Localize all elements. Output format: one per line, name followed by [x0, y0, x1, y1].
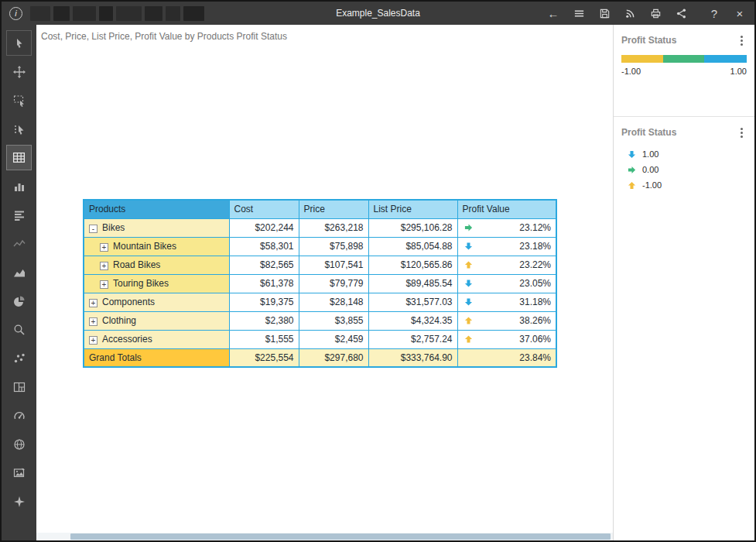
scatter-chart-tool-icon[interactable]	[6, 345, 32, 371]
row-label-cell[interactable]: -Bikes	[84, 218, 229, 237]
grand-total-row[interactable]: Grand Totals $225,554 $297,680 $333,764.…	[84, 348, 556, 367]
marquee-select-tool-icon[interactable]	[6, 87, 32, 113]
pivot-item[interactable]: Products Cost Price List Price Profit Va…	[83, 199, 557, 368]
topbar-tool-placeholder[interactable]	[53, 6, 70, 21]
trend-arrow-icon	[464, 224, 473, 232]
price-cell: $75,898	[299, 237, 368, 256]
move-tool-icon[interactable]	[6, 59, 32, 84]
expand-icon[interactable]: +	[100, 262, 108, 270]
legend-value: -1.00	[642, 180, 662, 190]
table-row[interactable]: -Bikes $202,244 $263,218 $295,106.28 23.…	[84, 218, 556, 237]
feed-icon[interactable]	[623, 6, 637, 20]
profit-value: 23.05%	[519, 278, 551, 289]
row-label-cell[interactable]: +Road Bikes	[84, 256, 229, 274]
profit-value: 38.26%	[519, 315, 551, 326]
gradient-segment-blue	[704, 55, 747, 63]
table-row[interactable]: +Road Bikes $82,565 $107,541 $120,565.86…	[84, 256, 556, 274]
price-cell: $79,779	[299, 274, 368, 293]
expand-icon[interactable]: +	[100, 243, 108, 252]
options-menu-icon[interactable]	[736, 126, 747, 139]
cost-cell: $202,244	[229, 218, 299, 237]
back-icon[interactable]: ←	[546, 6, 560, 20]
legend-panel: Profit Status -1.00 1.00 Profit Status	[613, 25, 754, 540]
image-tool-icon[interactable]	[6, 460, 32, 485]
left-toolbar	[2, 25, 36, 540]
print-icon[interactable]	[648, 6, 662, 20]
cost-cell: $82,565	[229, 256, 299, 274]
save-icon[interactable]	[597, 6, 611, 20]
profit-value: 23.18%	[519, 241, 551, 252]
topbar-tool-placeholder[interactable]	[166, 6, 180, 21]
cost-cell: $61,378	[229, 274, 299, 293]
gauge-tool-icon[interactable]	[6, 403, 32, 428]
expand-icon[interactable]: +	[89, 317, 97, 326]
horizontal-scrollbar[interactable]	[36, 533, 613, 540]
window-title: Example_SalesData	[336, 8, 420, 19]
topbar-tool-placeholder[interactable]	[145, 6, 162, 21]
column-header-products[interactable]: Products	[84, 200, 229, 218]
gradient-segment-green	[663, 55, 704, 63]
column-header-price[interactable]: Price	[299, 200, 368, 218]
options-menu-icon[interactable]	[736, 34, 747, 46]
horizontal-scrollbar-thumb[interactable]	[70, 533, 611, 540]
area-chart-tool-icon[interactable]	[6, 259, 32, 285]
profit-value: 23.12%	[519, 222, 551, 233]
profit-value-cell: 31.18%	[457, 293, 556, 311]
expand-icon[interactable]: +	[100, 280, 108, 289]
close-icon[interactable]: ×	[733, 6, 747, 20]
line-chart-tool-icon[interactable]	[6, 231, 32, 256]
column-header-cost[interactable]: Cost	[229, 200, 299, 218]
pivot-table: Products Cost Price List Price Profit Va…	[83, 199, 557, 368]
row-label: Road Bikes	[113, 259, 160, 270]
row-label-cell[interactable]: +Components	[84, 293, 229, 311]
legend-value: 1.00	[642, 149, 659, 159]
pointer-tool-icon[interactable]	[6, 30, 32, 56]
topbar-tool-placeholder[interactable]	[183, 6, 204, 21]
pie-chart-tool-icon[interactable]	[6, 288, 32, 314]
map-tool-icon[interactable]	[6, 431, 32, 457]
up-arrow-icon	[628, 181, 636, 190]
pivot-table-tool-icon[interactable]	[6, 145, 32, 170]
price-cell: $3,855	[299, 311, 368, 330]
expand-icon[interactable]: +	[89, 336, 97, 345]
topbar-tool-placeholder[interactable]	[116, 6, 142, 21]
topbar-tool-placeholder[interactable]	[99, 6, 113, 21]
lasso-select-tool-icon[interactable]	[6, 116, 32, 142]
profit-value-cell: 23.22%	[457, 256, 556, 274]
row-label: Bikes	[102, 222, 125, 233]
row-label-cell[interactable]: +Touring Bikes	[84, 274, 229, 293]
row-label: Touring Bikes	[113, 278, 169, 289]
profit-value-cell: 23.84%	[457, 348, 556, 367]
column-header-profit-value[interactable]: Profit Value	[457, 200, 556, 218]
price-cell: $263,218	[299, 218, 368, 237]
table-row[interactable]: +Mountain Bikes $58,301 $75,898 $85,054.…	[84, 237, 556, 256]
table-row[interactable]: +Clothing $2,380 $3,855 $4,324.35 38.26%	[84, 311, 556, 330]
menu-icon[interactable]	[572, 6, 586, 20]
trend-arrow-icon	[464, 280, 473, 288]
row-label-cell[interactable]: +Accessories	[84, 330, 229, 348]
treemap-tool-icon[interactable]	[6, 374, 32, 400]
table-row[interactable]: +Components $19,375 $28,148 $31,577.03 3…	[84, 293, 556, 311]
topbar-tool-group	[30, 6, 204, 21]
expand-icon[interactable]: +	[89, 299, 97, 307]
list-price-cell: $85,054.88	[368, 237, 457, 256]
row-label-cell[interactable]: +Mountain Bikes	[84, 237, 229, 256]
share-icon[interactable]	[674, 6, 688, 20]
price-cell: $28,148	[299, 293, 368, 311]
topbar-tool-placeholder[interactable]	[30, 6, 50, 21]
row-label-cell[interactable]: +Clothing	[84, 311, 229, 330]
table-row[interactable]: +Accessories $1,555 $2,459 $2,757.24 37.…	[84, 330, 556, 348]
scale-max-label: 1.00	[730, 67, 747, 76]
table-row[interactable]: +Touring Bikes $61,378 $79,779 $89,485.5…	[84, 274, 556, 293]
list-price-cell: $333,764.90	[368, 348, 457, 367]
info-icon[interactable]: i	[9, 7, 22, 20]
filter-tool-icon[interactable]	[6, 489, 32, 514]
topbar-tool-placeholder[interactable]	[73, 6, 96, 21]
magnifier-tool-icon[interactable]	[6, 317, 32, 342]
grid-tool-icon[interactable]	[6, 202, 32, 228]
bar-chart-tool-icon[interactable]	[6, 173, 32, 199]
collapse-icon[interactable]: -	[89, 225, 97, 233]
help-icon[interactable]: ?	[707, 6, 721, 20]
right-arrow-icon	[628, 166, 636, 174]
column-header-list-price[interactable]: List Price	[368, 200, 457, 218]
